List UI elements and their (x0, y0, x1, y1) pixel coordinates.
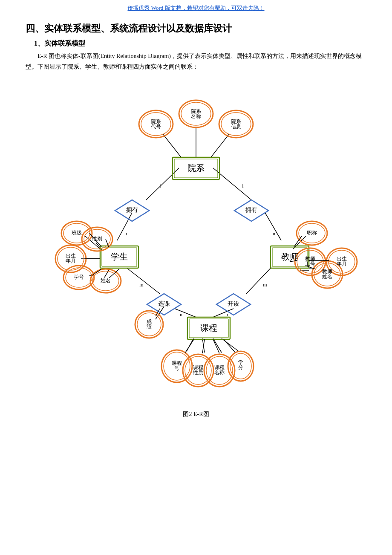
svg-text:拥有: 拥有 (126, 207, 138, 214)
svg-text:m: m (263, 282, 267, 288)
svg-text:拥有: 拥有 (245, 207, 257, 214)
svg-text:n: n (273, 231, 275, 237)
section-title: 四、实体联系模型、系统流程设计以及数据库设计 (26, 22, 366, 35)
svg-text:学号: 学号 (74, 274, 84, 280)
svg-line-1 (213, 168, 251, 200)
svg-text:名称: 名称 (214, 370, 225, 376)
er-diagram-container: 院系 学生 教师 课程 拥有 拥有 选课 开设 院系 代号 院系 名称 院系 信… (34, 76, 358, 409)
svg-text:代号: 代号 (150, 124, 161, 130)
svg-text:号: 号 (174, 365, 179, 371)
svg-text:分: 分 (238, 364, 243, 370)
svg-text:n: n (124, 231, 127, 237)
paragraph1: E-R 图也称实体-联系图(Entity Relationship Diagra… (26, 51, 366, 72)
top-banner[interactable]: 传播优秀 Word 版文档，希望对您有帮助，可双击去除！ (26, 0, 366, 14)
svg-text:姓名: 姓名 (101, 278, 111, 283)
svg-text:信息: 信息 (231, 124, 241, 130)
svg-text:姓名: 姓名 (322, 274, 332, 280)
svg-line-125 (185, 339, 194, 353)
svg-text:年月: 年月 (66, 258, 76, 264)
svg-line-127 (213, 339, 219, 353)
svg-text:课程: 课程 (200, 323, 217, 332)
svg-text:m: m (139, 282, 144, 288)
svg-text:n: n (225, 312, 228, 318)
sub-title: 1、实体联系模型 (34, 39, 366, 48)
svg-line-8 (163, 134, 181, 157)
page: 传播优秀 Word 版文档，希望对您有帮助，可双击去除！ 四、实体联系模型、系统… (0, 0, 392, 555)
svg-text:l: l (242, 183, 244, 189)
svg-line-6 (175, 309, 196, 317)
svg-text:学生: 学生 (111, 252, 128, 261)
figure-caption: 图2 E-R图 (26, 410, 366, 418)
svg-text:工号: 工号 (305, 261, 315, 267)
svg-line-22 (213, 338, 222, 353)
svg-line-4 (127, 268, 160, 294)
svg-text:n: n (180, 312, 182, 318)
svg-text:教师: 教师 (281, 252, 298, 261)
svg-text:绩: 绩 (147, 324, 152, 330)
svg-text:开设: 开设 (228, 301, 239, 307)
svg-text:院系: 院系 (187, 163, 205, 173)
svg-line-128 (224, 339, 235, 353)
svg-text:年月: 年月 (337, 261, 347, 267)
svg-text:选课: 选课 (158, 301, 170, 307)
svg-line-5 (246, 268, 271, 294)
svg-line-23 (222, 338, 239, 351)
svg-text:职称: 职称 (307, 230, 317, 236)
svg-text:性质: 性质 (193, 370, 203, 376)
svg-text:名称: 名称 (191, 113, 201, 119)
svg-text:班级: 班级 (72, 230, 82, 236)
er-diagram-svg: 院系 学生 教师 课程 拥有 拥有 选课 开设 院系 代号 院系 名称 院系 信… (34, 76, 358, 409)
svg-line-16 (293, 236, 306, 249)
svg-text:性别: 性别 (92, 236, 102, 242)
svg-line-10 (211, 134, 229, 157)
